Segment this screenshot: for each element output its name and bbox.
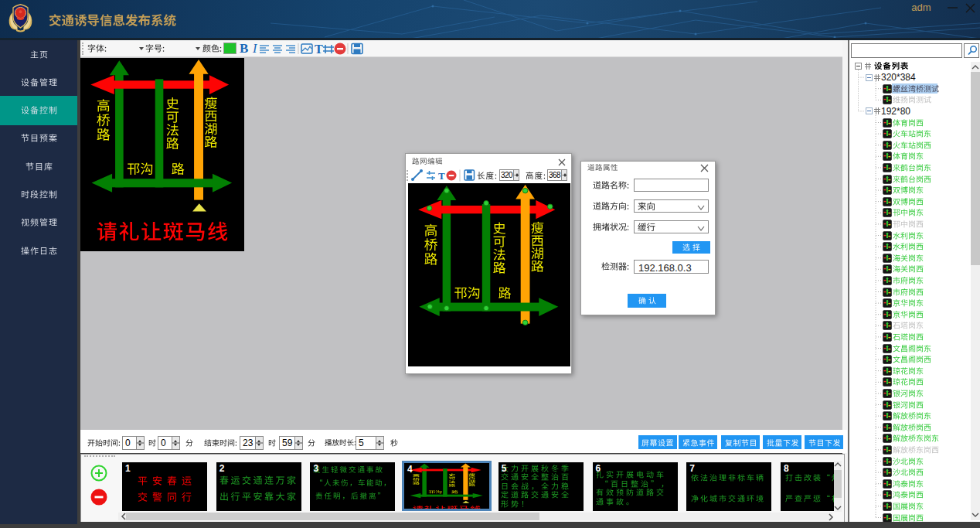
- svg-text:B: B: [240, 41, 248, 56]
- svg-text:T: T: [315, 43, 323, 56]
- svg-text:I: I: [252, 42, 257, 55]
- svg-text:T: T: [438, 170, 445, 182]
